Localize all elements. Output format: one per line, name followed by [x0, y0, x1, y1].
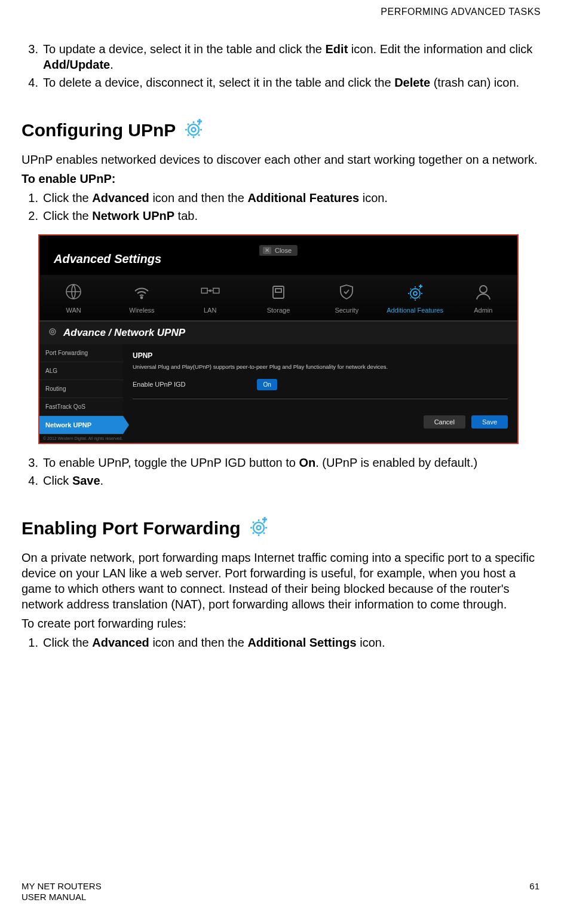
text: Click the — [43, 191, 92, 204]
tab-additional-features[interactable]: Additional Features — [381, 275, 449, 320]
svg-point-12 — [51, 331, 54, 333]
text: icon and then the — [149, 191, 248, 204]
text: Click the — [43, 636, 92, 649]
svg-point-3 — [141, 296, 143, 298]
sidebar-item-fasttrack-qos[interactable]: FastTrack QoS — [39, 398, 123, 416]
save-button[interactable]: Save — [471, 415, 508, 429]
sidebar-item-port-forwarding[interactable]: Port Forwarding — [39, 344, 123, 362]
step-number: 1. — [22, 635, 38, 650]
bold: Additional Settings — [247, 636, 356, 649]
svg-point-13 — [253, 522, 264, 533]
content-title: UPNP — [133, 351, 508, 361]
text: To enable UPnP, toggle the UPnP IGD butt… — [43, 456, 299, 469]
gear-plus-icon — [404, 281, 426, 302]
svg-rect-4 — [201, 288, 207, 293]
tab-label: Storage — [267, 306, 290, 314]
page-footer: MY NET ROUTERS USER MANUAL 61 — [22, 881, 539, 902]
upnp-intro: UPnP enables networked devices to discov… — [22, 152, 539, 167]
bold: Advanced — [92, 636, 149, 649]
close-icon: ✕ — [263, 247, 271, 254]
heading-port-forwarding: Enabling Port Forwarding — [22, 513, 539, 543]
top-tabs: WAN Wireless LAN Storage Security Additi… — [39, 275, 517, 321]
text: To delete a device, disconnect it, selec… — [43, 76, 394, 89]
upnp-steps-a: 1. Click the Advanced icon and then the … — [22, 190, 539, 224]
text: icon. — [359, 191, 388, 204]
step-number: 4. — [22, 473, 38, 488]
toggle-label: Enable UPnP IGD — [133, 380, 185, 388]
list-item: 3. To enable UPnP, toggle the UPnP IGD b… — [43, 455, 539, 470]
svg-point-11 — [50, 329, 56, 335]
heading-text: Enabling Port Forwarding — [22, 516, 241, 540]
copyright-text: © 2012 Western Digital. All rights reser… — [39, 435, 517, 442]
step-number: 1. — [22, 190, 38, 206]
section-header: PERFORMING ADVANCED TASKS — [22, 6, 541, 19]
bold: Add/Update — [43, 58, 110, 71]
user-icon — [473, 281, 494, 302]
tab-label: LAN — [204, 306, 216, 314]
text: icon. Edit the information and click — [348, 42, 532, 56]
tab-wan[interactable]: WAN — [39, 275, 108, 320]
text: tab. — [174, 209, 198, 222]
sidebar-item-routing[interactable]: Routing — [39, 380, 123, 398]
breadcrumb-bar: Advance / Network UPNP — [39, 321, 517, 344]
tab-lan[interactable]: LAN — [176, 275, 244, 320]
list-item: 1. Click the Advanced icon and then the … — [43, 635, 539, 650]
bold: Network UPnP — [92, 209, 174, 222]
cancel-button[interactable]: Cancel — [424, 415, 465, 429]
text: (trash can) icon. — [430, 76, 519, 89]
list-item: 1. Click the Advanced icon and then the … — [43, 190, 539, 206]
toggle-row: Enable UPnP IGD On — [133, 379, 508, 399]
text: . (UPnP is enabled by default.) — [315, 456, 477, 469]
intro-step-list: 3. To update a device, select it in the … — [22, 41, 539, 90]
text: . — [110, 58, 114, 71]
svg-rect-5 — [213, 288, 219, 293]
step-number: 3. — [22, 41, 38, 57]
text: To update a device, select it in the tab… — [43, 42, 326, 56]
globe-icon — [63, 281, 84, 302]
page-number: 61 — [529, 881, 539, 902]
upnp-steps-b: 3. To enable UPnP, toggle the UPnP IGD b… — [22, 455, 539, 488]
gear-plus-icon — [182, 115, 206, 145]
sidebar-item-alg[interactable]: ALG — [39, 362, 123, 380]
tab-wireless[interactable]: Wireless — [108, 275, 176, 320]
list-item: 3. To update a device, select it in the … — [43, 41, 539, 72]
tab-label: Admin — [474, 306, 492, 314]
upnp-toggle[interactable]: On — [257, 379, 277, 390]
gear-plus-icon — [247, 513, 271, 543]
svg-point-0 — [188, 124, 199, 135]
shield-icon — [336, 281, 357, 302]
footer-left: MY NET ROUTERS USER MANUAL — [22, 881, 102, 902]
storage-icon — [268, 281, 289, 302]
heading-text: Configuring UPnP — [22, 118, 176, 142]
router-ui-screenshot: ✕ Close Advanced Settings WAN Wireless L… — [38, 234, 519, 444]
bold: Edit — [326, 42, 348, 56]
text: Click the — [43, 209, 92, 222]
tab-label: Security — [335, 306, 358, 314]
tab-storage[interactable]: Storage — [244, 275, 312, 320]
close-label: Close — [275, 246, 292, 255]
tab-label: Wireless — [129, 306, 154, 314]
svg-point-14 — [256, 525, 260, 530]
list-item: 4. To delete a device, disconnect it, se… — [43, 75, 539, 90]
content-area: UPNP Universal Plug and Play(UPnP) suppo… — [123, 344, 517, 409]
close-button[interactable]: ✕ Close — [259, 245, 298, 256]
tab-security[interactable]: Security — [312, 275, 381, 320]
svg-point-9 — [413, 292, 417, 295]
step-number: 4. — [22, 75, 38, 90]
bold: Save — [72, 474, 100, 487]
portfwd-steps: 1. Click the Advanced icon and then the … — [22, 635, 539, 650]
bold: Advanced — [92, 191, 149, 204]
bold: On — [299, 456, 315, 469]
step-number: 3. — [22, 455, 38, 470]
doc-type: USER MANUAL — [22, 892, 102, 902]
bold: Delete — [394, 76, 430, 89]
tab-admin[interactable]: Admin — [449, 275, 517, 320]
heading-upnp: Configuring UPnP — [22, 115, 539, 145]
upnp-enable-label: To enable UPnP: — [22, 171, 539, 186]
content-description: Universal Plug and Play(UPnP) supports p… — [133, 363, 508, 371]
lan-icon — [200, 281, 221, 302]
svg-point-10 — [480, 286, 487, 293]
step-number: 2. — [22, 208, 38, 224]
sidebar-item-network-upnp[interactable]: Network UPNP — [39, 416, 123, 435]
svg-rect-7 — [275, 289, 281, 292]
